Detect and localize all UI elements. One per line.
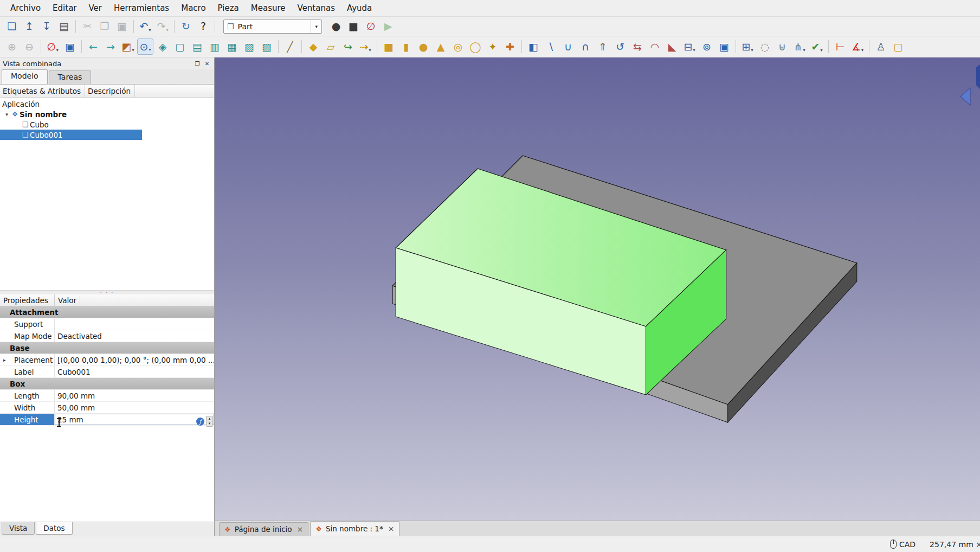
save-document-icon[interactable]: ↧: [38, 18, 55, 35]
property-value[interactable]: 25 mm: [55, 414, 214, 425]
measure-linear-icon[interactable]: ⊢: [832, 38, 848, 55]
property-value[interactable]: 50,00 mm: [55, 402, 214, 413]
print-icon[interactable]: ▤: [56, 18, 72, 35]
menu-item[interactable]: Ventanas: [292, 1, 341, 16]
thickness-icon[interactable]: ▣: [716, 38, 732, 55]
zoom-out-icon[interactable]: ⊖: [21, 38, 37, 55]
properties-column-header[interactable]: Propiedades: [0, 294, 55, 306]
tree-item[interactable]: ❑ Cubo001: [0, 130, 142, 140]
boolean-operation-icon[interactable]: ◧: [525, 38, 541, 55]
view-front-icon[interactable]: ▢: [172, 38, 188, 55]
document-tab[interactable]: ❖ Sin nombre : 1* ×: [310, 521, 399, 536]
offset-icon[interactable]: ⊚: [699, 38, 715, 55]
navigate-back-icon[interactable]: ←: [85, 38, 101, 55]
link-actions-icon[interactable]: ⇢ ▾: [357, 38, 373, 55]
bottom-tab[interactable]: Vista: [2, 522, 35, 535]
value-column-header[interactable]: Valor: [55, 294, 80, 306]
view-fit-all-icon[interactable]: ⊙ ▾: [137, 38, 153, 55]
panel-titlebar[interactable]: Vista combinada ❐ ✕: [0, 57, 214, 69]
join-features-icon[interactable]: ⊎: [774, 38, 790, 55]
property-row[interactable]: ▸ Placement [(0,00 0,00 1,00); 0,00 °; (…: [0, 354, 214, 366]
tree-item[interactable]: ❑ Cubo: [0, 119, 214, 130]
check-geometry-icon[interactable]: ✔ ▾: [809, 38, 825, 55]
copy-icon[interactable]: ❐: [96, 18, 113, 35]
create-part-icon[interactable]: ◆: [305, 38, 321, 55]
property-row[interactable]: Box: [0, 378, 214, 390]
tree-item[interactable]: Aplicación: [0, 99, 214, 109]
navigation-cube-arrow-icon[interactable]: [960, 88, 970, 105]
mouse-navigation-icon[interactable]: [890, 540, 897, 549]
open-document-icon[interactable]: ↥: [21, 18, 37, 35]
view-left-icon[interactable]: ▨: [259, 38, 275, 55]
fillet-icon[interactable]: ◠: [647, 38, 663, 55]
paste-icon[interactable]: ▣: [114, 18, 130, 35]
property-row[interactable]: Support: [0, 318, 214, 330]
property-row[interactable]: Length 90,00 mm: [0, 390, 214, 402]
property-row[interactable]: Height 25 mm: [0, 414, 214, 426]
menu-item[interactable]: Editar: [47, 1, 82, 16]
measure-angular-icon[interactable]: ∡ ▾: [849, 38, 866, 55]
property-value[interactable]: 90,00 mm: [55, 390, 214, 401]
revolve-icon[interactable]: ↺: [612, 38, 628, 55]
document-tab[interactable]: ❖ Página de inicio ×: [219, 522, 308, 536]
workbench-dropdown-arrow-icon[interactable]: ▾: [311, 20, 321, 33]
bottom-tab[interactable]: Datos: [36, 522, 72, 535]
macro-record-icon[interactable]: ●: [328, 18, 344, 35]
whats-this-icon[interactable]: ?: [195, 18, 211, 35]
menu-item[interactable]: Ver: [83, 1, 108, 16]
make-link-icon[interactable]: ↪: [340, 38, 356, 55]
macro-debug-icon[interactable]: ∅: [363, 18, 379, 35]
measure-distance-icon[interactable]: ╱: [282, 38, 298, 55]
close-tab-icon[interactable]: ×: [297, 525, 304, 534]
mirror-icon[interactable]: ⇆: [629, 38, 646, 55]
property-value[interactable]: Deactivated: [55, 330, 214, 342]
navigate-forward-icon[interactable]: →: [102, 38, 119, 55]
spinbox[interactable]: ▴ ▾: [206, 416, 213, 427]
clipped-toolbar-icon[interactable]: ▢: [890, 38, 906, 55]
menu-item[interactable]: Archivo: [4, 1, 47, 16]
view-top-icon[interactable]: ▤: [189, 38, 205, 55]
view-rear-icon[interactable]: ▦: [224, 38, 240, 55]
primitive-sphere-icon[interactable]: ●: [415, 38, 431, 55]
close-panel-icon[interactable]: ✕: [203, 59, 211, 68]
property-row[interactable]: Base: [0, 342, 214, 354]
panel-tab[interactable]: Modelo: [2, 69, 48, 84]
primitive-box-icon[interactable]: ■: [381, 38, 397, 55]
zoom-in-icon[interactable]: ⊕: [4, 38, 20, 55]
property-value[interactable]: Cubo001: [55, 366, 214, 377]
boolean-intersection-icon[interactable]: ∩: [577, 38, 594, 55]
create-primitives-icon[interactable]: ✦: [485, 38, 501, 55]
chamfer-icon[interactable]: ◣: [664, 38, 680, 55]
panel-splitter[interactable]: [0, 290, 214, 294]
navigation-cube-clipped-shape[interactable]: [976, 65, 980, 89]
spin-down-icon[interactable]: ▾: [207, 421, 212, 426]
primitive-cylinder-icon[interactable]: ▮: [398, 38, 414, 55]
view-right-icon[interactable]: ▥: [207, 38, 223, 55]
green-box-selected[interactable]: [396, 169, 726, 395]
compound-tools-icon[interactable]: ⊞ ▾: [739, 38, 756, 55]
spin-up-icon[interactable]: ▴: [207, 416, 212, 421]
new-document-icon[interactable]: ❏: [4, 18, 20, 35]
menu-item[interactable]: Macro: [175, 1, 211, 16]
primitive-torus-icon[interactable]: ◎: [450, 38, 466, 55]
view-bottom-icon[interactable]: ▧: [241, 38, 257, 55]
shape-builder-icon[interactable]: ✚: [502, 38, 518, 55]
macro-stop-icon[interactable]: ■: [345, 18, 362, 35]
close-tab-icon[interactable]: ×: [388, 524, 395, 533]
split-features-icon[interactable]: ⋔ ▾: [791, 38, 808, 55]
workbench-selector[interactable]: ❒ Part ▾: [223, 20, 322, 34]
float-panel-icon[interactable]: ❐: [193, 59, 202, 68]
navigation-style-label[interactable]: CAD: [899, 540, 915, 549]
primitive-tube-icon[interactable]: ◯: [467, 38, 483, 55]
tree-column-labels[interactable]: Etiquetas & Atributos: [0, 85, 85, 97]
refresh-icon[interactable]: ↻: [178, 18, 194, 35]
boolean-cut-icon[interactable]: ∖: [543, 38, 559, 55]
tree-expander-icon[interactable]: ▾: [3, 112, 10, 117]
extrude-icon[interactable]: ⇑: [595, 38, 611, 55]
panel-tab[interactable]: Tareas: [49, 70, 92, 84]
draw-style-icon[interactable]: ∅ ▾: [44, 38, 61, 55]
macro-play-icon[interactable]: ▶: [380, 18, 396, 35]
property-value[interactable]: [55, 318, 214, 330]
property-row[interactable]: Width 50,00 mm: [0, 402, 214, 414]
create-group-icon[interactable]: ▱: [323, 38, 339, 55]
